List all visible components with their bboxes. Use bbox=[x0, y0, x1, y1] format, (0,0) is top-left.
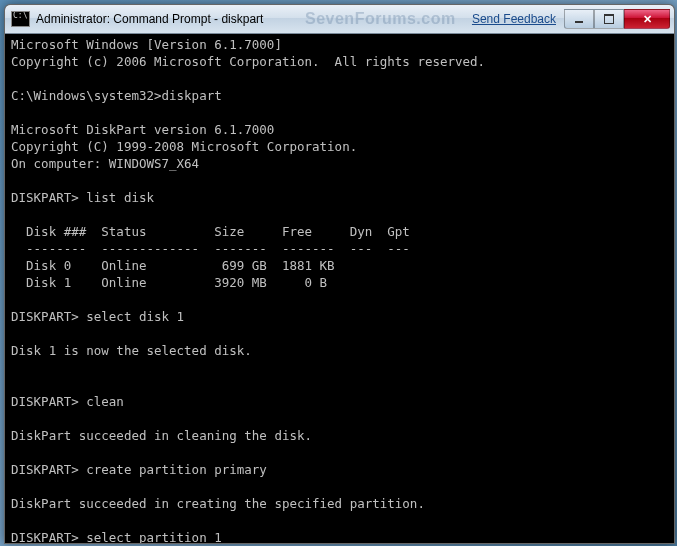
msg-clean: DiskPart succeeded in cleaning the disk. bbox=[11, 428, 312, 443]
command-prompt-window: C:\ Administrator: Command Prompt - disk… bbox=[4, 4, 675, 544]
cmd-select-disk: select disk 1 bbox=[86, 309, 184, 324]
window-title: Administrator: Command Prompt - diskpart bbox=[36, 12, 263, 26]
cmd-create-partition: create partition primary bbox=[86, 462, 267, 477]
disk-table-row: Disk 0 Online 699 GB 1881 KB bbox=[11, 258, 335, 273]
close-button[interactable] bbox=[624, 9, 670, 29]
dp-prompt: DISKPART> bbox=[11, 309, 86, 324]
dp-prompt: DISKPART> bbox=[11, 462, 86, 477]
minimize-button[interactable] bbox=[564, 9, 594, 29]
titlebar[interactable]: C:\ Administrator: Command Prompt - disk… bbox=[5, 5, 674, 34]
cmd-icon: C:\ bbox=[11, 11, 30, 27]
send-feedback-link[interactable]: Send Feedback bbox=[472, 12, 556, 26]
terminal-output[interactable]: Microsoft Windows [Version 6.1.7000] Cop… bbox=[5, 34, 674, 543]
cmd-list-disk: list disk bbox=[86, 190, 154, 205]
diskpart-computer: On computer: WINDOWS7_X64 bbox=[11, 156, 199, 171]
dp-prompt: DISKPART> bbox=[11, 394, 86, 409]
os-copyright: Copyright (c) 2006 Microsoft Corporation… bbox=[11, 54, 485, 69]
cmd-clean: clean bbox=[86, 394, 124, 409]
dp-prompt: DISKPART> bbox=[11, 530, 86, 543]
diskpart-copyright: Copyright (C) 1999-2008 Microsoft Corpor… bbox=[11, 139, 357, 154]
watermark: SevenForums.com bbox=[305, 10, 456, 28]
cmd-select-partition: select partition 1 bbox=[86, 530, 221, 543]
diskpart-version: Microsoft DiskPart version 6.1.7000 bbox=[11, 122, 274, 137]
shell-prompt-line: C:\Windows\system32>diskpart bbox=[11, 88, 222, 103]
maximize-button[interactable] bbox=[594, 9, 624, 29]
os-version: Microsoft Windows [Version 6.1.7000] bbox=[11, 37, 282, 52]
disk-table-separator: -------- ------------- ------- ------- -… bbox=[11, 241, 410, 256]
disk-table-header: Disk ### Status Size Free Dyn Gpt bbox=[11, 224, 410, 239]
msg-create-partition: DiskPart succeeded in creating the speci… bbox=[11, 496, 425, 511]
window-controls bbox=[564, 9, 670, 29]
msg-select-disk: Disk 1 is now the selected disk. bbox=[11, 343, 252, 358]
disk-table-row: Disk 1 Online 3920 MB 0 B bbox=[11, 275, 327, 290]
dp-prompt: DISKPART> bbox=[11, 190, 86, 205]
